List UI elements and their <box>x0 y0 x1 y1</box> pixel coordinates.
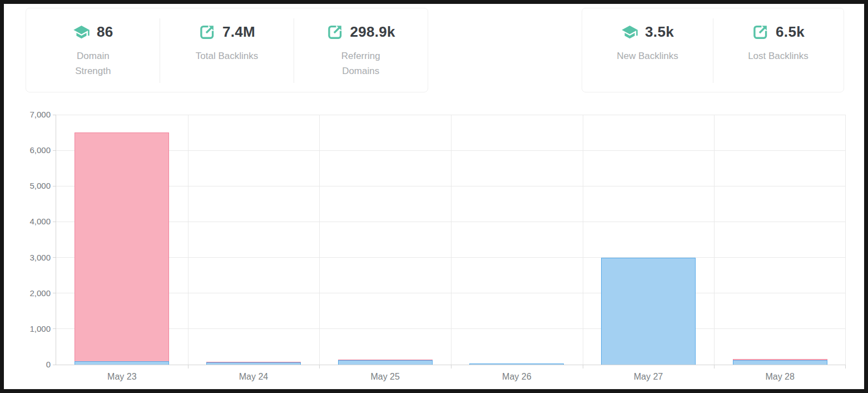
y-axis-label: 3,000 <box>8 253 51 262</box>
stat-domain-strength: 86 Domain Strength <box>26 8 160 92</box>
x-gridline <box>714 115 715 365</box>
y-axis-tick <box>53 257 56 258</box>
bar-new-backlinks-2[interactable] <box>206 362 301 365</box>
y-axis-label: 2,000 <box>8 288 51 298</box>
x-axis-tick <box>714 365 715 369</box>
x-axis-label: May 26 <box>502 372 531 382</box>
stat-header: 6.5k <box>752 22 805 41</box>
stat-label: Total Backlinks <box>196 48 258 63</box>
bar-lost-backlinks-1[interactable] <box>75 132 169 365</box>
y-axis-tick <box>53 222 56 222</box>
bar-new-backlinks-5[interactable] <box>601 258 696 365</box>
stat-header: 3.5k <box>621 22 674 41</box>
y-axis-tick <box>53 365 56 365</box>
stat-header: 298.9k <box>326 22 395 41</box>
x-axis-label: May 24 <box>239 372 268 382</box>
graduation-cap-icon <box>73 23 90 41</box>
y-axis-label: 5,000 <box>8 181 51 190</box>
y-axis-label: 1,000 <box>8 324 51 333</box>
stat-new-backlinks: 3.5k New Backlinks <box>582 8 713 92</box>
bar-new-backlinks-6[interactable] <box>733 360 827 365</box>
bar-new-backlinks-1[interactable] <box>75 361 169 365</box>
x-axis-label: May 28 <box>765 372 794 382</box>
graduation-cap-icon <box>621 23 638 41</box>
y-axis-label: 0 <box>8 360 51 369</box>
y-axis-label: 6,000 <box>8 145 51 155</box>
x-gridline <box>583 115 583 365</box>
stat-total-backlinks: 7.4M Total Backlinks <box>160 8 294 92</box>
stat-label: Referring Domains <box>326 48 395 78</box>
stat-value: 7.4M <box>222 23 255 41</box>
stat-value: 86 <box>97 23 113 41</box>
y-axis-label: 7,000 <box>8 110 51 119</box>
x-axis-label: May 25 <box>370 372 399 382</box>
x-axis-tick <box>319 365 320 369</box>
x-gridline <box>451 115 452 365</box>
y-axis-tick <box>53 328 56 329</box>
x-axis-tick <box>188 365 189 369</box>
y-axis-tick <box>53 150 56 151</box>
x-axis-label: May 27 <box>634 372 663 382</box>
backlinks-bar-chart-plot-area: 01,0002,0003,0004,0005,0006,0007,000May … <box>56 115 846 365</box>
external-link-icon <box>199 23 216 41</box>
new-lost-card: 3.5k New Backlinks 6.5k Lost Backlinks <box>582 8 844 92</box>
stat-header: 7.4M <box>199 22 255 41</box>
bar-new-backlinks-3[interactable] <box>338 360 433 365</box>
external-link-icon <box>752 23 769 41</box>
x-axis-tick <box>583 365 583 369</box>
x-gridline <box>845 115 846 365</box>
stat-value: 6.5k <box>776 23 805 41</box>
stat-label: Domain Strength <box>58 48 128 78</box>
y-axis-tick <box>53 115 56 115</box>
y-axis-label: 4,000 <box>8 217 51 226</box>
bar-new-backlinks-4[interactable] <box>469 363 564 365</box>
external-link-icon <box>326 23 344 41</box>
stat-value: 298.9k <box>350 23 395 41</box>
x-gridline <box>319 115 320 365</box>
stat-header: 86 <box>73 22 113 41</box>
y-axis-tick <box>53 293 56 293</box>
x-axis-tick <box>451 365 452 369</box>
stat-label: Lost Backlinks <box>748 48 809 63</box>
stat-label: New Backlinks <box>617 48 678 63</box>
domain-overview-card: 86 Domain Strength 7.4M Total Backlinks … <box>26 8 428 92</box>
stat-value: 3.5k <box>645 23 674 41</box>
x-gridline <box>188 115 189 365</box>
x-axis-tick <box>845 365 846 369</box>
y-axis-tick <box>53 186 56 186</box>
stat-lost-backlinks: 6.5k Lost Backlinks <box>713 8 844 92</box>
x-axis-label: May 23 <box>107 372 136 382</box>
stat-referring-domains: 298.9k Referring Domains <box>294 8 428 92</box>
backlinks-dashboard: 86 Domain Strength 7.4M Total Backlinks … <box>0 0 868 393</box>
